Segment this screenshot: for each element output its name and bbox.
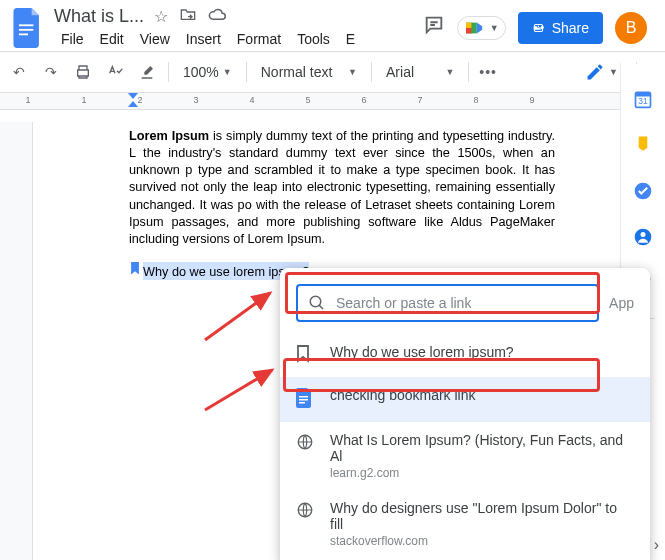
star-icon[interactable]: ☆ bbox=[154, 7, 168, 26]
docs-logo[interactable] bbox=[8, 8, 48, 48]
apply-button[interactable]: App bbox=[609, 295, 634, 311]
link-popup: App Why do we use lorem ipsum? checking … bbox=[280, 268, 650, 560]
calendar-icon[interactable]: 31 bbox=[632, 88, 654, 110]
svg-point-13 bbox=[310, 296, 321, 307]
suggestion-web-2[interactable]: Why do designers use "Lorem Ipsum Dolor"… bbox=[280, 490, 650, 558]
zoom-select[interactable]: 100%▼ bbox=[179, 64, 236, 80]
cloud-icon[interactable] bbox=[208, 7, 226, 26]
header: What is L... ☆ File Edit View Insert For… bbox=[0, 0, 665, 51]
indent-marker[interactable] bbox=[128, 93, 138, 107]
menu-file[interactable]: File bbox=[54, 29, 91, 49]
svg-rect-1 bbox=[19, 28, 34, 30]
ruler[interactable]: 1 1 2 3 4 5 6 7 8 9 bbox=[0, 92, 665, 110]
menu-edit[interactable]: Edit bbox=[93, 29, 131, 49]
svg-rect-2 bbox=[19, 33, 28, 35]
style-select[interactable]: Normal text ▼ bbox=[257, 64, 361, 80]
bookmark-icon[interactable] bbox=[129, 262, 141, 280]
svg-point-4 bbox=[537, 25, 538, 26]
globe-icon bbox=[296, 500, 316, 523]
svg-text:31: 31 bbox=[638, 96, 648, 106]
menu-bar: File Edit View Insert Format Tools E bbox=[52, 27, 362, 49]
suggestion-doc[interactable]: checking bookmark link bbox=[280, 377, 650, 422]
title-area: What is L... ☆ File Edit View Insert For… bbox=[52, 6, 362, 49]
menu-format[interactable]: Format bbox=[230, 29, 288, 49]
print-button[interactable] bbox=[72, 61, 94, 83]
menu-tools[interactable]: Tools bbox=[290, 29, 337, 49]
suggestion-bookmark[interactable]: Why do we use lorem ipsum? bbox=[280, 334, 650, 377]
body-paragraph[interactable]: Lorem Ipsum is simply dummy text of the … bbox=[129, 128, 555, 248]
suggestion-web-1[interactable]: What Is Lorem Ipsum? (History, Fun Facts… bbox=[280, 422, 650, 490]
svg-rect-16 bbox=[299, 402, 305, 404]
menu-view[interactable]: View bbox=[133, 29, 177, 49]
contacts-icon[interactable] bbox=[632, 226, 654, 248]
svg-rect-14 bbox=[299, 396, 308, 398]
svg-rect-0 bbox=[19, 24, 34, 26]
keep-icon[interactable] bbox=[632, 134, 654, 156]
edit-mode-button[interactable]: ▼ bbox=[577, 60, 626, 84]
share-button[interactable]: Share bbox=[518, 12, 603, 44]
globe-icon bbox=[296, 432, 316, 455]
hide-sidepanel-button[interactable]: › bbox=[654, 536, 659, 554]
bookmark-outline-icon bbox=[296, 344, 316, 367]
menu-insert[interactable]: Insert bbox=[179, 29, 228, 49]
chevron-down-icon: ▼ bbox=[490, 23, 499, 33]
doc-title[interactable]: What is L... bbox=[54, 6, 144, 27]
menu-extensions[interactable]: E bbox=[339, 29, 362, 49]
undo-button[interactable]: ↶ bbox=[8, 61, 30, 83]
redo-button[interactable]: ↷ bbox=[40, 61, 62, 83]
link-suggestions: Why do we use lorem ipsum? checking book… bbox=[280, 334, 650, 560]
font-select[interactable]: Arial ▼ bbox=[382, 64, 458, 80]
paint-format-button[interactable] bbox=[136, 61, 158, 83]
avatar[interactable]: B bbox=[615, 12, 647, 44]
comment-history-icon[interactable] bbox=[423, 14, 445, 42]
link-search-input[interactable] bbox=[336, 295, 587, 311]
docs-icon bbox=[296, 387, 316, 412]
svg-rect-15 bbox=[299, 399, 308, 401]
move-icon[interactable] bbox=[180, 7, 196, 26]
more-button[interactable]: ••• bbox=[479, 64, 497, 80]
meet-button[interactable]: ▼ bbox=[457, 16, 506, 40]
tasks-icon[interactable] bbox=[632, 180, 654, 202]
toolbar: ↶ ↷ 100%▼ Normal text ▼ Arial ▼ ••• ▼ ᐱ bbox=[0, 52, 665, 92]
link-search-box[interactable] bbox=[296, 284, 599, 322]
svg-point-10 bbox=[641, 232, 646, 237]
search-icon bbox=[308, 294, 326, 312]
spellcheck-button[interactable] bbox=[104, 61, 126, 83]
chevron-down-icon: ▼ bbox=[609, 67, 618, 77]
share-label: Share bbox=[552, 20, 589, 36]
